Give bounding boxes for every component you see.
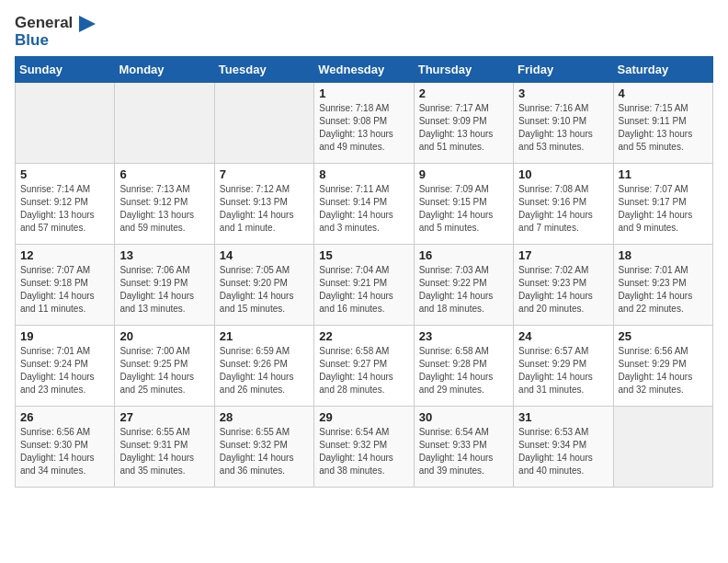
day-number: 13	[119, 248, 209, 262]
calendar-cell: 2Sunrise: 7:17 AM Sunset: 9:09 PM Daylig…	[414, 83, 513, 164]
week-row-3: 19Sunrise: 7:01 AM Sunset: 9:24 PM Dayli…	[16, 326, 713, 407]
calendar-cell: 3Sunrise: 7:16 AM Sunset: 9:10 PM Daylig…	[514, 83, 613, 164]
cell-info: Sunrise: 7:00 AM Sunset: 9:25 PM Dayligh…	[119, 345, 209, 396]
logo: General Blue	[15, 15, 96, 49]
cell-info: Sunrise: 7:09 AM Sunset: 9:15 PM Dayligh…	[419, 183, 508, 235]
page-header: General Blue	[15, 15, 713, 49]
cell-info: Sunrise: 6:56 AM Sunset: 9:29 PM Dayligh…	[619, 345, 708, 396]
calendar-cell: 13Sunrise: 7:06 AM Sunset: 9:19 PM Dayli…	[115, 245, 214, 326]
week-row-4: 26Sunrise: 6:56 AM Sunset: 9:30 PM Dayli…	[16, 407, 713, 488]
day-number: 28	[220, 410, 309, 424]
day-number: 23	[419, 329, 508, 343]
day-number: 16	[419, 248, 508, 262]
cell-info: Sunrise: 6:55 AM Sunset: 9:31 PM Dayligh…	[119, 426, 209, 477]
day-number: 19	[20, 329, 109, 343]
calendar-table: SundayMondayTuesdayWednesdayThursdayFrid…	[15, 56, 713, 488]
calendar-cell	[214, 83, 313, 164]
calendar-cell: 25Sunrise: 6:56 AM Sunset: 9:29 PM Dayli…	[613, 326, 712, 407]
cell-info: Sunrise: 7:01 AM Sunset: 9:23 PM Dayligh…	[619, 264, 708, 316]
calendar-cell: 5Sunrise: 7:14 AM Sunset: 9:12 PM Daylig…	[16, 164, 115, 245]
cell-info: Sunrise: 7:12 AM Sunset: 9:13 PM Dayligh…	[220, 183, 309, 235]
calendar-cell: 14Sunrise: 7:05 AM Sunset: 9:20 PM Dayli…	[214, 245, 313, 326]
calendar-cell: 19Sunrise: 7:01 AM Sunset: 9:24 PM Dayli…	[16, 326, 115, 407]
weekday-header-sunday: Sunday	[16, 57, 115, 83]
calendar-cell	[16, 83, 115, 164]
cell-info: Sunrise: 7:16 AM Sunset: 9:10 PM Dayligh…	[518, 102, 608, 154]
week-row-0: 1Sunrise: 7:18 AM Sunset: 9:08 PM Daylig…	[16, 83, 713, 164]
day-number: 11	[619, 167, 708, 181]
calendar-cell: 18Sunrise: 7:01 AM Sunset: 9:23 PM Dayli…	[613, 245, 712, 326]
day-number: 15	[319, 248, 408, 262]
calendar-cell: 9Sunrise: 7:09 AM Sunset: 9:15 PM Daylig…	[414, 164, 513, 245]
svg-marker-0	[79, 16, 96, 32]
calendar-cell: 23Sunrise: 6:58 AM Sunset: 9:28 PM Dayli…	[414, 326, 513, 407]
cell-info: Sunrise: 6:53 AM Sunset: 9:34 PM Dayligh…	[518, 426, 608, 477]
day-number: 25	[619, 329, 708, 343]
calendar-cell: 16Sunrise: 7:03 AM Sunset: 9:22 PM Dayli…	[414, 245, 513, 326]
calendar-cell: 7Sunrise: 7:12 AM Sunset: 9:13 PM Daylig…	[214, 164, 313, 245]
cell-info: Sunrise: 7:18 AM Sunset: 9:08 PM Dayligh…	[319, 102, 408, 154]
day-number: 26	[20, 410, 109, 424]
logo-arrow-icon	[79, 16, 96, 32]
day-number: 5	[20, 167, 109, 181]
day-number: 17	[518, 248, 608, 262]
calendar-cell: 30Sunrise: 6:54 AM Sunset: 9:33 PM Dayli…	[414, 407, 513, 488]
day-number: 7	[220, 167, 309, 181]
week-row-2: 12Sunrise: 7:07 AM Sunset: 9:18 PM Dayli…	[16, 245, 713, 326]
calendar-cell: 29Sunrise: 6:54 AM Sunset: 9:32 PM Dayli…	[314, 407, 414, 488]
cell-info: Sunrise: 7:06 AM Sunset: 9:19 PM Dayligh…	[119, 264, 209, 316]
calendar-cell: 6Sunrise: 7:13 AM Sunset: 9:12 PM Daylig…	[115, 164, 214, 245]
calendar-cell: 4Sunrise: 7:15 AM Sunset: 9:11 PM Daylig…	[613, 83, 712, 164]
cell-info: Sunrise: 7:15 AM Sunset: 9:11 PM Dayligh…	[619, 102, 708, 154]
calendar-cell: 17Sunrise: 7:02 AM Sunset: 9:23 PM Dayli…	[514, 245, 613, 326]
calendar-cell: 22Sunrise: 6:58 AM Sunset: 9:27 PM Dayli…	[314, 326, 414, 407]
calendar-cell	[115, 83, 214, 164]
calendar-cell: 21Sunrise: 6:59 AM Sunset: 9:26 PM Dayli…	[214, 326, 313, 407]
cell-info: Sunrise: 7:14 AM Sunset: 9:12 PM Dayligh…	[20, 183, 109, 235]
cell-info: Sunrise: 7:07 AM Sunset: 9:18 PM Dayligh…	[20, 264, 109, 316]
cell-info: Sunrise: 6:59 AM Sunset: 9:26 PM Dayligh…	[220, 345, 309, 396]
cell-info: Sunrise: 6:58 AM Sunset: 9:27 PM Dayligh…	[319, 345, 408, 396]
week-row-1: 5Sunrise: 7:14 AM Sunset: 9:12 PM Daylig…	[16, 164, 713, 245]
day-number: 24	[518, 329, 608, 343]
day-number: 29	[319, 410, 408, 424]
day-number: 14	[220, 248, 309, 262]
cell-info: Sunrise: 7:13 AM Sunset: 9:12 PM Dayligh…	[119, 183, 209, 235]
cell-info: Sunrise: 7:01 AM Sunset: 9:24 PM Dayligh…	[20, 345, 109, 396]
day-number: 3	[518, 86, 608, 100]
cell-info: Sunrise: 6:57 AM Sunset: 9:29 PM Dayligh…	[518, 345, 608, 396]
calendar-cell: 20Sunrise: 7:00 AM Sunset: 9:25 PM Dayli…	[115, 326, 214, 407]
day-number: 21	[220, 329, 309, 343]
calendar-cell: 31Sunrise: 6:53 AM Sunset: 9:34 PM Dayli…	[514, 407, 613, 488]
cell-info: Sunrise: 7:07 AM Sunset: 9:17 PM Dayligh…	[619, 183, 708, 235]
day-number: 6	[119, 167, 209, 181]
calendar-cell: 11Sunrise: 7:07 AM Sunset: 9:17 PM Dayli…	[613, 164, 712, 245]
day-number: 1	[319, 86, 408, 100]
cell-info: Sunrise: 6:54 AM Sunset: 9:33 PM Dayligh…	[419, 426, 508, 477]
cell-info: Sunrise: 6:54 AM Sunset: 9:32 PM Dayligh…	[319, 426, 408, 477]
day-number: 2	[419, 86, 508, 100]
calendar-cell: 10Sunrise: 7:08 AM Sunset: 9:16 PM Dayli…	[514, 164, 613, 245]
calendar-cell: 15Sunrise: 7:04 AM Sunset: 9:21 PM Dayli…	[314, 245, 414, 326]
cell-info: Sunrise: 7:11 AM Sunset: 9:14 PM Dayligh…	[319, 183, 408, 235]
weekday-header-row: SundayMondayTuesdayWednesdayThursdayFrid…	[16, 57, 713, 83]
day-number: 27	[119, 410, 209, 424]
day-number: 12	[20, 248, 109, 262]
calendar-cell: 8Sunrise: 7:11 AM Sunset: 9:14 PM Daylig…	[314, 164, 414, 245]
day-number: 30	[419, 410, 508, 424]
logo-general: General	[15, 14, 73, 31]
day-number: 10	[518, 167, 608, 181]
logo-text: General Blue	[15, 15, 96, 49]
cell-info: Sunrise: 7:17 AM Sunset: 9:09 PM Dayligh…	[419, 102, 508, 154]
cell-info: Sunrise: 6:55 AM Sunset: 9:32 PM Dayligh…	[220, 426, 309, 477]
cell-info: Sunrise: 7:04 AM Sunset: 9:21 PM Dayligh…	[319, 264, 408, 316]
cell-info: Sunrise: 7:03 AM Sunset: 9:22 PM Dayligh…	[419, 264, 508, 316]
calendar-cell: 27Sunrise: 6:55 AM Sunset: 9:31 PM Dayli…	[115, 407, 214, 488]
day-number: 18	[619, 248, 708, 262]
cell-info: Sunrise: 7:05 AM Sunset: 9:20 PM Dayligh…	[220, 264, 309, 316]
cell-info: Sunrise: 7:08 AM Sunset: 9:16 PM Dayligh…	[518, 183, 608, 235]
calendar-cell: 12Sunrise: 7:07 AM Sunset: 9:18 PM Dayli…	[16, 245, 115, 326]
weekday-header-saturday: Saturday	[613, 57, 712, 83]
calendar-cell: 1Sunrise: 7:18 AM Sunset: 9:08 PM Daylig…	[314, 83, 414, 164]
calendar-cell: 28Sunrise: 6:55 AM Sunset: 9:32 PM Dayli…	[214, 407, 313, 488]
